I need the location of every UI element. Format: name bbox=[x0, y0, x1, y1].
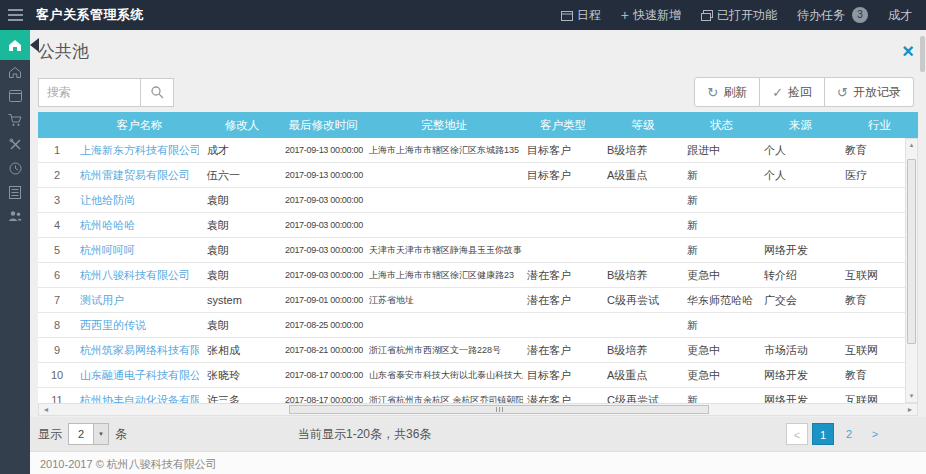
table-row[interactable]: 9 杭州筑家易网络科技有限公司 张相成 2017-08-21 00:00:00 … bbox=[38, 338, 918, 363]
status-cell: 更急中 bbox=[683, 343, 760, 358]
vertical-scrollbar[interactable]: ▴ ▾ bbox=[905, 138, 918, 403]
refresh-button[interactable]: ↻ 刷新 bbox=[694, 77, 760, 107]
scroll-up-icon[interactable]: ▴ bbox=[906, 139, 917, 151]
modified-time-cell: 2017-09-13 00:00:00 bbox=[281, 145, 365, 155]
address-cell: 浙江省杭州市西湖区文一路228号 bbox=[365, 344, 523, 357]
row-index: 7 bbox=[38, 294, 76, 306]
user-menu[interactable]: 成才 bbox=[888, 7, 912, 24]
refresh-icon: ↻ bbox=[707, 85, 718, 100]
customer-name-link[interactable]: 杭州雷建贸易有限公司 bbox=[80, 168, 199, 183]
schedule-button[interactable]: 日程 bbox=[561, 7, 601, 24]
horizontal-scrollbar[interactable]: ◄ ► bbox=[38, 403, 918, 416]
row-index: 10 bbox=[38, 369, 76, 381]
scroll-right-icon[interactable]: ► bbox=[903, 404, 917, 415]
page-2-button[interactable]: 2 bbox=[838, 423, 860, 445]
row-index: 6 bbox=[38, 269, 76, 281]
vertical-scroll-thumb[interactable] bbox=[907, 159, 916, 344]
active-menu-arrow-icon bbox=[30, 38, 39, 52]
scroll-down-icon[interactable]: ▾ bbox=[906, 390, 917, 402]
todo-tasks-button[interactable]: 待办任务 3 bbox=[797, 7, 868, 24]
customer-name-link[interactable]: 杭州协丰自动化设备有限公司 bbox=[80, 393, 199, 404]
schedule-label: 日程 bbox=[577, 7, 601, 24]
table-row[interactable]: 4 杭州哈哈哈 袁朗 2017-09-03 00:00:00 新 bbox=[38, 213, 918, 238]
sidebar-item-home[interactable] bbox=[0, 60, 30, 84]
level-cell: B级培养 bbox=[603, 268, 683, 283]
col-header-level[interactable]: 等级 bbox=[603, 118, 683, 133]
sidebar-item-documents[interactable] bbox=[0, 180, 30, 204]
customer-name-link[interactable]: 杭州哈哈哈 bbox=[80, 218, 199, 233]
col-header-customer-name[interactable]: 客户名称 bbox=[76, 118, 203, 133]
modifier-cell: system bbox=[203, 294, 281, 306]
row-index: 5 bbox=[38, 244, 76, 256]
show-label: 显示 bbox=[38, 426, 62, 443]
table-row[interactable]: 2 杭州雷建贸易有限公司 伍六一 2017-09-13 00:00:00 目标客… bbox=[38, 163, 918, 188]
scroll-left-icon[interactable]: ◄ bbox=[39, 404, 53, 415]
page-size-select[interactable]: 2 ▼ bbox=[68, 423, 109, 445]
status-cell: 华东师范哈哈 bbox=[683, 293, 760, 308]
source-cell: 网络开发 bbox=[760, 243, 841, 258]
modified-time-cell: 2017-08-17 00:00:00 bbox=[281, 370, 365, 380]
table-row[interactable]: 5 杭州呵呵呵 袁朗 2017-09-03 00:00:00 天津市天津市市辖区… bbox=[38, 238, 918, 263]
sidebar-item-workbench[interactable] bbox=[0, 84, 30, 108]
history-icon: ↺ bbox=[837, 85, 848, 100]
col-header-modified-time[interactable]: 最后修改时间 bbox=[281, 118, 365, 133]
topbar-actions: 日程 + 快速新增 已打开功能 待办任务 3 成才 bbox=[561, 7, 926, 24]
customer-name-link[interactable]: 让他给防尚 bbox=[80, 193, 199, 208]
pagination-summary: 当前显示1-20条，共36条 bbox=[298, 426, 431, 443]
table-row[interactable]: 11 杭州协丰自动化设备有限公司 许三多 2017-08-17 00:00:00… bbox=[38, 388, 918, 403]
col-header-address[interactable]: 完整地址 bbox=[365, 118, 523, 133]
customer-name-link[interactable]: 西西里的传说 bbox=[80, 318, 199, 333]
quick-add-button[interactable]: + 快速新增 bbox=[621, 7, 681, 24]
calendar-icon bbox=[561, 10, 573, 21]
table-row[interactable]: 8 西西里的传说 袁朗 2017-08-25 00:00:00 新 bbox=[38, 313, 918, 338]
sidebar-item-reports[interactable] bbox=[0, 156, 30, 180]
sidebar-item-home-active[interactable] bbox=[0, 30, 30, 60]
main-content: 公共池 × ↻ 刷新 ✓ 捡回 ↺ 开放记录 客 bbox=[30, 30, 926, 474]
sidebar-item-orders[interactable] bbox=[0, 108, 30, 132]
reclaim-button[interactable]: ✓ 捡回 bbox=[760, 77, 825, 107]
customer-name-link[interactable]: 山东融通电子科技有限公司 bbox=[80, 368, 199, 383]
table-row[interactable]: 10 山东融通电子科技有限公司 张晓玲 2017-08-17 00:00:00 … bbox=[38, 363, 918, 388]
menu-toggle-icon[interactable] bbox=[0, 0, 30, 30]
level-cell: B级培养 bbox=[603, 143, 683, 158]
modifier-cell: 袁朗 bbox=[203, 243, 281, 258]
col-header-status[interactable]: 状态 bbox=[683, 118, 760, 133]
customer-name-link[interactable]: 杭州筑家易网络科技有限公司 bbox=[80, 343, 199, 358]
page-scrollbar-thumb[interactable] bbox=[920, 36, 925, 72]
customer-type-cell: 目标客户 bbox=[523, 168, 603, 183]
search-button[interactable] bbox=[140, 78, 174, 107]
open-records-button[interactable]: ↺ 开放记录 bbox=[825, 77, 914, 107]
next-page-button[interactable]: > bbox=[864, 423, 886, 445]
copyright-text: 2010-2017 © 杭州八骏科技有限公司 bbox=[30, 451, 926, 474]
col-header-modifier[interactable]: 修改人 bbox=[203, 118, 281, 133]
col-header-industry[interactable]: 行业 bbox=[841, 118, 918, 133]
table-row[interactable]: 3 让他给防尚 袁朗 2017-09-03 00:00:00 新 bbox=[38, 188, 918, 213]
table-row[interactable]: 7 测试用户 system 2017-09-01 00:00:00 江苏省地址 … bbox=[38, 288, 918, 313]
customer-type-cell: 目标客户 bbox=[523, 143, 603, 158]
customer-name-link[interactable]: 测试用户 bbox=[80, 293, 199, 308]
prev-page-button[interactable]: < bbox=[786, 423, 808, 445]
sidebar-item-tools[interactable] bbox=[0, 132, 30, 156]
table-row[interactable]: 6 杭州八骏科技有限公司 袁朗 2017-09-03 00:00:00 上海市上… bbox=[38, 263, 918, 288]
page-1-button[interactable]: 1 bbox=[812, 423, 834, 445]
check-icon: ✓ bbox=[772, 85, 783, 100]
reclaim-label: 捡回 bbox=[788, 84, 812, 101]
opened-features-button[interactable]: 已打开功能 bbox=[701, 7, 777, 24]
col-header-source[interactable]: 来源 bbox=[760, 118, 841, 133]
customer-name-link[interactable]: 杭州呵呵呵 bbox=[80, 243, 199, 258]
search-input[interactable] bbox=[38, 78, 140, 107]
sidebar-item-customers[interactable] bbox=[0, 204, 30, 228]
cart-icon bbox=[8, 114, 22, 127]
customer-name-link[interactable]: 杭州八骏科技有限公司 bbox=[80, 268, 199, 283]
modifier-cell: 袁朗 bbox=[203, 193, 281, 208]
source-cell: 网络开发 bbox=[760, 368, 841, 383]
col-header-customer-type[interactable]: 客户类型 bbox=[523, 118, 603, 133]
status-cell: 新 bbox=[683, 243, 760, 258]
customer-type-cell: 目标客户 bbox=[523, 368, 603, 383]
row-index: 1 bbox=[38, 144, 76, 156]
customer-type-cell: 潜在客户 bbox=[523, 293, 603, 308]
close-icon[interactable]: × bbox=[902, 42, 914, 60]
table-row[interactable]: 1 上海新东方科技有限公司 成才 2017-09-13 00:00:00 上海市… bbox=[38, 138, 918, 163]
horizontal-scroll-thumb[interactable] bbox=[289, 405, 709, 414]
customer-name-link[interactable]: 上海新东方科技有限公司 bbox=[80, 143, 199, 158]
